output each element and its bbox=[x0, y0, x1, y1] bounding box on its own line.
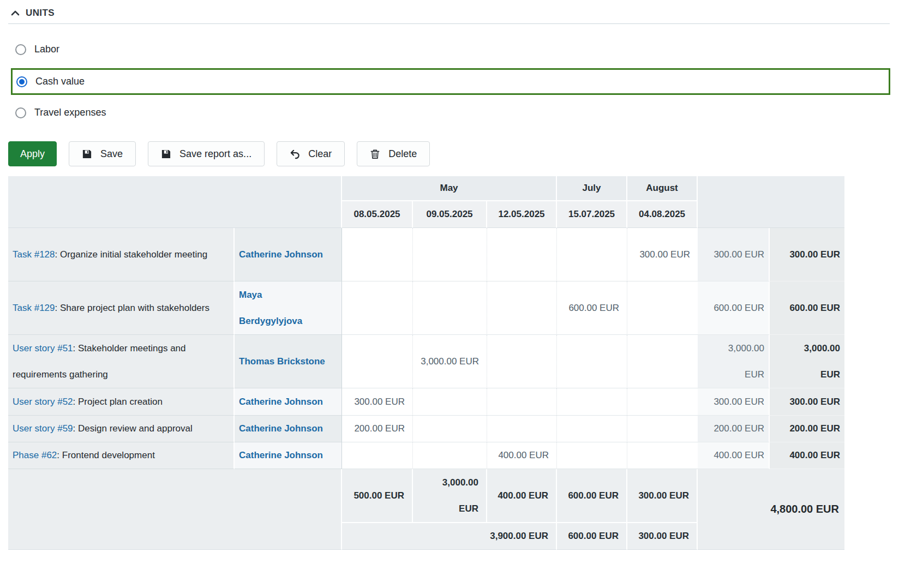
assignee-cell: Catherine Johnson bbox=[235, 416, 342, 442]
floppy-disk-icon bbox=[161, 149, 171, 159]
cost-cell bbox=[627, 388, 698, 416]
cost-cell bbox=[487, 388, 557, 416]
cost-cell bbox=[413, 416, 487, 442]
radio-cash-value-label: Cash value bbox=[35, 76, 85, 87]
date-header: 15.07.2025 bbox=[557, 201, 627, 228]
assignee-link[interactable]: Maya Berdygylyjova bbox=[239, 290, 302, 326]
work-package-cell: Task #128: Organize initial stakeholder … bbox=[8, 228, 235, 281]
work-package-link[interactable]: User story #59 bbox=[13, 423, 73, 434]
assignee-link[interactable]: Catherine Johnson bbox=[239, 450, 323, 460]
delete-button[interactable]: Delete bbox=[357, 141, 430, 166]
work-package-cell: Phase #62: Frontend development bbox=[8, 442, 235, 469]
cost-cell: 300.00 EUR bbox=[627, 228, 698, 281]
cost-cell bbox=[413, 442, 487, 469]
cost-cell bbox=[557, 228, 627, 281]
header-corner-right bbox=[698, 176, 844, 228]
month-header-row: May July August bbox=[8, 176, 844, 201]
report-toolbar: Apply Save Save report as... Clear Delet… bbox=[8, 141, 890, 166]
radio-travel-expenses-label: Travel expenses bbox=[34, 107, 106, 118]
cost-report-table: May July August 08.05.2025 09.05.2025 12… bbox=[8, 176, 844, 550]
work-package-link[interactable]: Task #128 bbox=[13, 249, 55, 260]
footer-spacer-cell bbox=[8, 469, 342, 550]
units-section-title: UNITS bbox=[26, 8, 55, 19]
radio-circle-selected[interactable] bbox=[16, 76, 27, 87]
radio-circle-unselected[interactable] bbox=[15, 44, 26, 55]
apply-button[interactable]: Apply bbox=[8, 141, 57, 166]
work-package-link[interactable]: Phase #62 bbox=[13, 450, 57, 460]
units-radio-group: Labor Cash value Travel expenses bbox=[8, 39, 890, 123]
assignee-cell: Catherine Johnson bbox=[235, 228, 342, 281]
cost-cell bbox=[487, 416, 557, 442]
date-total-cell: 500.00 EUR bbox=[342, 469, 413, 523]
cost-report-page: UNITS Labor Cash value Travel expenses A… bbox=[0, 0, 899, 550]
radio-travel-expenses[interactable]: Travel expenses bbox=[10, 103, 120, 123]
cost-cell: 3,000.00 EUR bbox=[413, 335, 487, 388]
work-package-link[interactable]: User story #51 bbox=[13, 343, 73, 353]
save-report-as-button[interactable]: Save report as... bbox=[148, 141, 265, 166]
table-row: User story #52: Project plan creation Ca… bbox=[8, 388, 844, 416]
cost-cell bbox=[413, 388, 487, 416]
date-total-cell: 3,000.00 EUR bbox=[413, 469, 487, 523]
cost-cell bbox=[487, 228, 557, 281]
row-total-cell: 400.00 EUR bbox=[770, 442, 844, 469]
date-total-cell: 400.00 EUR bbox=[487, 469, 557, 523]
assignee-link[interactable]: Catherine Johnson bbox=[239, 397, 323, 407]
row-subtotal-cell: 400.00 EUR bbox=[698, 442, 770, 469]
section-divider bbox=[8, 23, 890, 24]
work-package-cell: Task #129: Share project plan with stake… bbox=[8, 281, 235, 335]
save-button[interactable]: Save bbox=[69, 141, 136, 166]
table-row: Task #129: Share project plan with stake… bbox=[8, 281, 844, 335]
cost-cell bbox=[342, 335, 413, 388]
cost-cell bbox=[487, 335, 557, 388]
work-package-cell: User story #59: Design review and approv… bbox=[8, 416, 235, 442]
cost-cell bbox=[342, 281, 413, 335]
assignee-link[interactable]: Catherine Johnson bbox=[239, 249, 323, 260]
work-package-cell: User story #51: Stakeholder meetings and… bbox=[8, 335, 235, 388]
radio-circle-unselected[interactable] bbox=[15, 107, 26, 118]
date-header: 09.05.2025 bbox=[413, 201, 487, 228]
month-header-august: August bbox=[627, 176, 698, 201]
units-section-header[interactable]: UNITS bbox=[8, 8, 890, 19]
grand-total-cell: 4,800.00 EUR bbox=[698, 469, 844, 550]
row-subtotal-cell: 300.00 EUR bbox=[698, 228, 770, 281]
header-corner-left bbox=[8, 176, 342, 228]
assignee-link[interactable]: Catherine Johnson bbox=[239, 423, 323, 434]
date-total-cell: 600.00 EUR bbox=[557, 469, 627, 523]
month-total-cell: 600.00 EUR bbox=[557, 523, 627, 550]
assignee-cell: Catherine Johnson bbox=[235, 388, 342, 416]
date-header: 08.05.2025 bbox=[342, 201, 413, 228]
row-total-cell: 200.00 EUR bbox=[770, 416, 844, 442]
assignee-link[interactable]: Thomas Brickstone bbox=[239, 356, 325, 367]
cost-cell bbox=[557, 416, 627, 442]
date-total-cell: 300.00 EUR bbox=[627, 469, 698, 523]
work-package-link[interactable]: User story #52 bbox=[13, 397, 73, 407]
clear-button[interactable]: Clear bbox=[277, 141, 345, 166]
row-subtotal-cell: 3,000.00 EUR bbox=[698, 335, 770, 388]
radio-labor-label: Labor bbox=[34, 44, 59, 55]
radio-cash-value[interactable]: Cash value bbox=[16, 76, 85, 87]
cost-cell bbox=[413, 228, 487, 281]
cost-cell bbox=[557, 335, 627, 388]
cost-cell: 300.00 EUR bbox=[342, 388, 413, 416]
month-header-july: July bbox=[557, 176, 627, 201]
work-package-link[interactable]: Task #129 bbox=[13, 303, 55, 313]
cost-cell bbox=[557, 388, 627, 416]
cost-cell bbox=[342, 228, 413, 281]
cost-cell bbox=[413, 281, 487, 335]
cost-cell bbox=[342, 442, 413, 469]
row-total-cell: 3,000.00 EUR bbox=[770, 335, 844, 388]
month-total-cell: 3,900.00 EUR bbox=[342, 523, 557, 550]
trash-can-icon bbox=[370, 149, 380, 159]
radio-labor[interactable]: Labor bbox=[10, 39, 74, 59]
cost-cell bbox=[627, 335, 698, 388]
row-total-cell: 600.00 EUR bbox=[770, 281, 844, 335]
table-row: User story #51: Stakeholder meetings and… bbox=[8, 335, 844, 388]
date-header: 04.08.2025 bbox=[627, 201, 698, 228]
row-total-cell: 300.00 EUR bbox=[770, 228, 844, 281]
chevron-up-icon bbox=[10, 8, 21, 19]
cost-cell bbox=[557, 442, 627, 469]
radio-focus-outline: Cash value bbox=[11, 68, 890, 95]
date-header: 12.05.2025 bbox=[487, 201, 557, 228]
cost-cell bbox=[627, 442, 698, 469]
table-row: Phase #62: Frontend development Catherin… bbox=[8, 442, 844, 469]
